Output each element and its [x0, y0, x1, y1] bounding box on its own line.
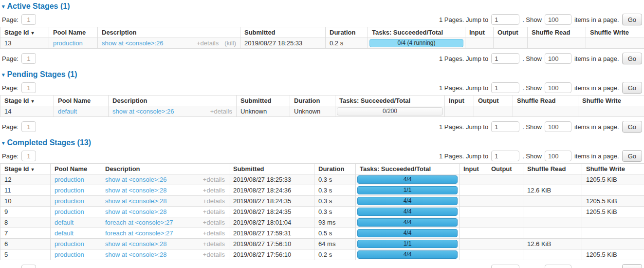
- tasks-cell: 4/4: [356, 249, 460, 260]
- column-header-shuffle-read[interactable]: Shuffle Read: [523, 164, 582, 174]
- column-header-submitted[interactable]: Submitted: [240, 27, 326, 38]
- show-count-input[interactable]: [545, 53, 571, 64]
- column-header-stage-id[interactable]: Stage Id▾: [0, 164, 51, 174]
- kill-link[interactable]: (kill): [224, 39, 236, 47]
- tasks-cell: 4/4: [356, 207, 460, 217]
- column-header-tasks-succeeded-total[interactable]: Tasks: Succeeded/Total: [356, 164, 460, 174]
- details-toggle[interactable]: +details: [197, 39, 219, 47]
- column-header-shuffle-write[interactable]: Shuffle Write: [582, 164, 644, 174]
- pool-link[interactable]: production: [55, 208, 84, 215]
- details-toggle[interactable]: +details: [203, 176, 225, 183]
- column-header-label: Stage Id: [4, 165, 29, 172]
- pool-link[interactable]: production: [55, 197, 84, 205]
- details-toggle[interactable]: +details: [203, 197, 225, 205]
- column-header-input[interactable]: Input: [460, 164, 487, 174]
- column-header-pool-name[interactable]: Pool Name: [49, 27, 98, 38]
- jump-to-input[interactable]: [491, 82, 519, 93]
- jump-to-input[interactable]: [491, 121, 519, 132]
- details-toggle[interactable]: +details: [203, 187, 225, 194]
- pool-link[interactable]: production: [53, 39, 83, 47]
- column-header-shuffle-write[interactable]: Shuffle Write: [586, 27, 644, 38]
- go-button[interactable]: Go: [622, 14, 642, 25]
- go-button[interactable]: Go: [622, 150, 642, 162]
- pool-name-cell: production: [51, 196, 101, 207]
- pool-link[interactable]: production: [55, 176, 84, 183]
- pool-link[interactable]: default: [55, 230, 74, 237]
- pool-link[interactable]: default: [58, 108, 77, 115]
- details-toggle[interactable]: +details: [203, 219, 225, 226]
- tasks-progress-bar: 4/4: [357, 175, 458, 184]
- column-header-input[interactable]: Input: [465, 27, 494, 38]
- show-count-input[interactable]: [545, 14, 571, 25]
- column-header-description[interactable]: Description: [98, 27, 240, 38]
- column-header-label: Shuffle Write: [590, 29, 629, 36]
- column-header-shuffle-read[interactable]: Shuffle Read: [513, 96, 578, 106]
- stage-description-link[interactable]: show at <console>:26: [112, 108, 174, 115]
- column-header-pool-name[interactable]: Pool Name: [54, 96, 109, 106]
- column-header-shuffle-read[interactable]: Shuffle Read: [528, 27, 586, 38]
- jump-to-input[interactable]: [491, 53, 519, 64]
- column-header-duration[interactable]: Duration: [326, 27, 368, 38]
- show-count-input[interactable]: [545, 82, 571, 93]
- column-header-shuffle-write[interactable]: Shuffle Write: [578, 96, 644, 106]
- column-header-stage-id[interactable]: Stage Id▾: [0, 96, 54, 106]
- page-input[interactable]: [21, 121, 36, 132]
- column-header-duration[interactable]: Duration: [290, 96, 335, 106]
- stage-description-link[interactable]: show at <console>:26: [105, 176, 166, 183]
- details-toggle[interactable]: +details: [203, 251, 225, 258]
- tasks-progress-bar: 0/200: [337, 107, 443, 115]
- pool-link[interactable]: production: [55, 240, 84, 248]
- jump-to-input[interactable]: [491, 151, 519, 161]
- column-header-duration[interactable]: Duration: [314, 164, 356, 174]
- go-button[interactable]: Go: [622, 82, 642, 94]
- page-input[interactable]: [21, 151, 36, 161]
- column-header-stage-id[interactable]: Stage Id▾: [0, 27, 49, 38]
- page-input[interactable]: [21, 14, 36, 25]
- column-header-submitted[interactable]: Submitted: [229, 164, 314, 174]
- section-heading-pending-stages-1[interactable]: ▾Pending Stages (1): [2, 70, 644, 79]
- show-count-input[interactable]: [545, 121, 571, 132]
- column-header-description[interactable]: Description: [101, 164, 229, 174]
- stage-description-link[interactable]: show at <console>:26: [102, 39, 163, 47]
- pool-name-cell: production: [51, 207, 101, 217]
- page-input[interactable]: [21, 82, 36, 93]
- pool-link[interactable]: production: [55, 251, 84, 258]
- stage-description-link[interactable]: show at <console>:28: [105, 208, 166, 215]
- jump-to-input[interactable]: [491, 265, 519, 268]
- go-button[interactable]: Go: [622, 53, 642, 64]
- tasks-progress-bar: 4/4: [357, 229, 458, 237]
- pool-link[interactable]: production: [55, 187, 84, 194]
- stage-description-link[interactable]: show at <console>:28: [105, 240, 166, 248]
- column-header-output[interactable]: Output: [487, 164, 523, 174]
- show-count-input[interactable]: [545, 265, 571, 268]
- details-toggle[interactable]: +details: [203, 240, 225, 248]
- section-heading-completed-stages-13[interactable]: ▾Completed Stages (13): [2, 138, 644, 147]
- page-input[interactable]: [21, 53, 36, 64]
- stage-description-link[interactable]: show at <console>:28: [105, 251, 166, 258]
- stage-description-link[interactable]: show at <console>:28: [105, 197, 166, 205]
- items-per-page-label: items in a page.: [574, 123, 619, 131]
- column-header-tasks-succeeded-total[interactable]: Tasks: Succeeded/Total: [335, 96, 445, 106]
- column-header-output[interactable]: Output: [494, 27, 528, 38]
- details-toggle[interactable]: +details: [203, 208, 225, 215]
- details-toggle[interactable]: +details: [210, 108, 232, 115]
- go-button[interactable]: Go: [622, 264, 642, 268]
- column-header-tasks-succeeded-total[interactable]: Tasks: Succeeded/Total: [368, 27, 465, 38]
- column-header-input[interactable]: Input: [445, 96, 474, 106]
- stage-description-link[interactable]: show at <console>:28: [105, 187, 166, 194]
- details-toggle[interactable]: +details: [203, 230, 225, 237]
- section-heading-active-stages-1[interactable]: ▾Active Stages (1): [2, 2, 644, 11]
- show-count-input[interactable]: [545, 151, 571, 161]
- pool-link[interactable]: default: [55, 219, 74, 226]
- go-button[interactable]: Go: [622, 121, 642, 133]
- column-header-output[interactable]: Output: [474, 96, 513, 106]
- page-input[interactable]: [21, 265, 36, 268]
- column-header-pool-name[interactable]: Pool Name: [51, 164, 101, 174]
- jump-to-input[interactable]: [491, 14, 519, 25]
- duration-cell: 0.2 s: [326, 38, 368, 49]
- stage-description-link[interactable]: foreach at <console>:27: [105, 219, 173, 226]
- pool-name-cell: production: [51, 174, 101, 185]
- column-header-submitted[interactable]: Submitted: [237, 96, 290, 106]
- column-header-description[interactable]: Description: [109, 96, 237, 106]
- stage-description-link[interactable]: foreach at <console>:27: [105, 230, 173, 237]
